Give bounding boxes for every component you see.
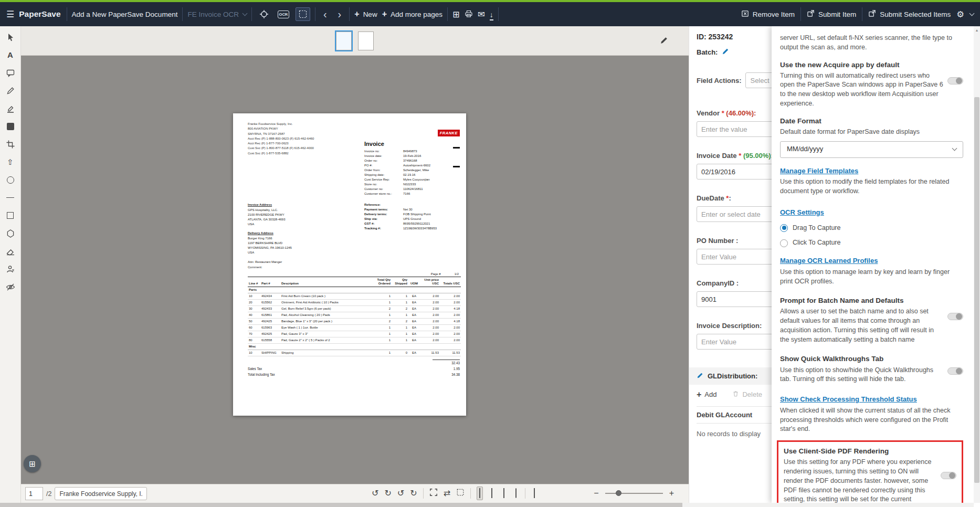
settings-gear-icon[interactable]: ⚙ <box>956 10 964 19</box>
drag-to-capture-label: Drag To Capture <box>793 224 841 233</box>
page-number-input[interactable] <box>25 487 43 500</box>
remove-item-button[interactable]: Remove Item <box>741 9 795 19</box>
click-to-capture-option[interactable]: Click To Capture <box>780 238 963 248</box>
add-more-pages-button[interactable]: + Add more pages <box>382 10 442 18</box>
prompt-batch-toggle[interactable] <box>947 313 963 320</box>
annotation-toolbar: A ⇧ <box>0 26 21 503</box>
date-format-dropdown[interactable]: MM/dd/yyyy <box>780 141 963 158</box>
check-threshold-status-link[interactable]: Show Check Processing Threshold Status <box>780 395 917 404</box>
chevron-down-icon <box>952 146 957 151</box>
highlighter-tool-icon[interactable] <box>4 102 17 115</box>
single-page-view-icon[interactable] <box>477 487 483 500</box>
zoom-out-button[interactable]: − <box>594 489 598 498</box>
add-new-document-button[interactable]: Add a New PaperSave Document <box>72 10 178 18</box>
previous-page-button[interactable]: ‹ <box>320 9 330 19</box>
setting-client-pdf-description: Use this setting for any PDF where you e… <box>784 458 936 503</box>
download-icon[interactable]: ↓ <box>490 10 493 19</box>
filled-rectangle-tool-icon[interactable] <box>4 120 17 133</box>
ellipse-tool-icon[interactable] <box>4 173 17 186</box>
rotate-ccw-icon[interactable]: ↺ <box>397 489 404 498</box>
text-layer-icon[interactable] <box>531 487 538 500</box>
invoice-total-row: Sales Tax1.95 <box>248 366 460 372</box>
toolbar-divider <box>67 7 67 21</box>
menu-icon[interactable]: ☰ <box>6 9 14 20</box>
zoom-slider-knob[interactable] <box>616 490 621 496</box>
collapse-chevron-icon[interactable] <box>970 10 975 16</box>
invoice-header: Franke Foodservice Supply, Inc.800 AVIAT… <box>248 122 461 196</box>
drag-to-capture-option[interactable]: Drag To Capture <box>780 224 963 233</box>
invoice-cell: 615562 <box>260 299 280 305</box>
document-name-input[interactable] <box>55 487 147 500</box>
submit-selected-items-button[interactable]: Submit Selected Items <box>868 9 951 19</box>
invoice-cell: EA <box>408 337 420 343</box>
next-page-button[interactable]: › <box>335 9 345 19</box>
plus-icon: + <box>354 10 359 18</box>
quick-walkthroughs-toggle[interactable] <box>947 367 963 375</box>
scroll-up-arrow-icon[interactable]: ▲ <box>974 26 980 34</box>
text-tool-icon[interactable]: A <box>4 48 17 61</box>
eraser-tool-icon[interactable] <box>4 245 17 258</box>
acquire-app-toggle[interactable] <box>947 77 963 85</box>
document-canvas[interactable]: Franke Foodservice Supply, Inc.800 AVIAT… <box>21 56 689 484</box>
hide-annotations-eye-slash-icon[interactable] <box>4 280 17 293</box>
gl-delete-button[interactable]: Delete <box>732 390 762 399</box>
invoice-meta-label: Order from: <box>364 168 403 173</box>
horizontal-scrollbar[interactable] <box>0 503 974 507</box>
fit-screen-icon[interactable] <box>429 488 438 499</box>
radio-selected-icon[interactable] <box>780 224 788 232</box>
manage-ocr-profiles-link[interactable]: Manage OCR Learned Profiles <box>780 256 878 266</box>
client-pdf-toggle[interactable] <box>941 472 956 479</box>
rectangle-tool-icon[interactable] <box>4 209 17 222</box>
batch-edit-pencil-icon[interactable] <box>722 47 730 57</box>
email-icon[interactable]: ✉ <box>478 10 485 19</box>
page-thumbnail-1[interactable] <box>336 31 352 50</box>
redo-icon[interactable]: ↻ <box>384 489 391 498</box>
field-name: CompanyID : <box>697 279 739 287</box>
drag-capture-crosshair-icon[interactable] <box>257 7 271 21</box>
print-icon[interactable] <box>465 9 473 19</box>
zoom-slider[interactable] <box>605 493 663 494</box>
new-button[interactable]: + New <box>354 10 377 18</box>
redaction-user-tool-icon[interactable] <box>4 262 17 276</box>
polygon-tool-icon[interactable] <box>4 227 17 240</box>
arrow-tool-icon[interactable]: ⇧ <box>4 155 17 168</box>
invoice-cell: 2 <box>392 305 408 312</box>
zoom-in-button[interactable]: + <box>669 489 674 498</box>
invoice-cell: Pad, Gauze 3" x 3" <box>280 331 373 337</box>
page-thumbnail-2[interactable] <box>358 31 374 50</box>
ocr-icon[interactable]: OCR <box>276 7 291 21</box>
line-tool-icon[interactable] <box>4 191 17 204</box>
radio-unselected-icon[interactable] <box>780 239 788 247</box>
rotate-cw-icon[interactable]: ↻ <box>410 489 417 498</box>
invoice-meta-row: Order from:Scheidegger, Mike <box>364 168 461 173</box>
vertical-scrollbar[interactable]: ▲ <box>974 26 980 503</box>
ocr-region-select-icon[interactable] <box>296 7 310 21</box>
submit-item-button[interactable]: Submit Item <box>807 9 856 19</box>
invoice-reference-value: 8695/59299112021 <box>403 221 430 226</box>
invoice-meta-label: Invoice no: <box>364 149 403 154</box>
swap-pages-icon[interactable]: ⇄ <box>444 489 450 498</box>
gl-add-button[interactable]: + Add <box>697 390 716 399</box>
page-grid-toggle-button[interactable]: ⊞ <box>24 455 41 472</box>
horizontal-scrollbar-thumb[interactable] <box>0 503 682 507</box>
manage-field-templates-link[interactable]: Manage Field Templates <box>780 166 858 176</box>
book-view-icon[interactable] <box>513 487 519 500</box>
ocr-settings-link[interactable]: OCR Settings <box>780 208 824 217</box>
field-actions-label: Field Actions: <box>697 77 741 85</box>
invoice-cell: Pad, Gauze 2" x 2" ( 5 ) Packs of 2 <box>280 337 373 343</box>
note-tool-icon[interactable] <box>4 66 17 79</box>
pen-tool-icon[interactable] <box>4 84 17 97</box>
facing-pages-view-icon[interactable] <box>501 487 507 500</box>
continuous-view-icon[interactable] <box>489 487 495 500</box>
undo-icon[interactable]: ↺ <box>372 489 378 498</box>
vertical-scrollbar-thumb[interactable] <box>974 97 979 483</box>
pointer-tool-icon[interactable] <box>4 30 17 44</box>
invoice-meta-value: 110624/16811 <box>403 187 423 192</box>
gl-edit-pencil-icon[interactable] <box>697 372 704 381</box>
edit-pencil-icon[interactable] <box>660 36 669 47</box>
crop-tool-icon[interactable] <box>4 138 17 151</box>
marquee-zoom-icon[interactable] <box>456 488 465 499</box>
invoice-meta-label: PO #: <box>364 163 403 168</box>
document-type-dropdown[interactable]: FE Invoice OCR <box>187 10 247 18</box>
grid-view-icon[interactable]: ⊞ <box>452 10 460 19</box>
